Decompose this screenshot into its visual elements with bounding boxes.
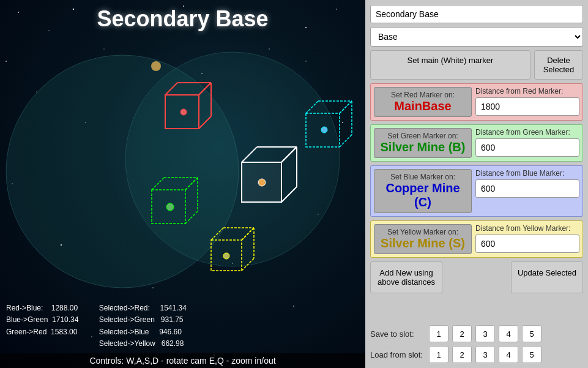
stat-gr: Green->Red 1583.00 [6, 326, 78, 338]
save-slot-5-button[interactable]: 5 [522, 325, 541, 342]
svg-point-51 [166, 203, 174, 211]
svg-point-22 [152, 287, 154, 288]
set-red-marker-button[interactable]: Set Red Marker on: MainBase [374, 87, 472, 117]
base-type-select[interactable]: Base Outpost Other [370, 27, 583, 47]
green-distance-input[interactable] [475, 138, 579, 157]
stat-sr: Selected->Red: 1541.34 [99, 302, 187, 314]
load-slot-row: Load from slot: 1 2 3 4 5 [370, 346, 583, 363]
blue-distance-label: Distance from Blue Marker: [475, 169, 579, 178]
green-marker-label: Set Green Marker on: [379, 132, 466, 140]
stat-sb: Selected->Blue 946.60 [99, 326, 187, 338]
stats-block: Red->Blue: 1288.00 Blue->Green 1710.34 G… [6, 302, 205, 350]
yellow-marker-label: Set Yellow Marker on: [379, 228, 466, 236]
stat-bg: Blue->Green 1710.34 [6, 314, 78, 326]
save-slot-2-button[interactable]: 2 [452, 325, 472, 342]
save-slot-3-button[interactable]: 3 [475, 325, 495, 342]
svg-point-59 [258, 179, 266, 186]
red-marker-section: Set Red Marker on: MainBase Distance fro… [370, 83, 583, 121]
green-marker-name: Silver Mine (B) [379, 140, 466, 154]
svg-point-20 [269, 48, 269, 49]
svg-point-43 [321, 127, 327, 133]
svg-point-35 [180, 109, 187, 115]
blue-distance-input[interactable] [475, 179, 579, 198]
yellow-marker-section: Set Yellow Marker on: Silver Mine (S) Di… [370, 220, 583, 258]
set-green-marker-button[interactable]: Set Green Marker on: Silver Mine (B) [374, 128, 472, 158]
blue-marker-label: Set Blue Marker on: [379, 173, 466, 181]
save-slot-row: Save to slot: 1 2 3 4 5 [370, 325, 583, 342]
red-marker-name: MainBase [379, 99, 466, 113]
scene-title: Secondary Base [0, 6, 365, 32]
blue-marker-section: Set Blue Marker on: Copper Mine (C) Dist… [370, 165, 583, 217]
scene-panel: Secondary Base Red->Blue: 1288.00 Blue->… [0, 0, 365, 368]
blue-marker-name: Copper Mine (C) [379, 181, 466, 209]
set-yellow-marker-button[interactable]: Set Yellow Marker on: Silver Mine (S) [374, 224, 472, 254]
green-distance-label: Distance from Green Marker: [475, 128, 579, 137]
controls-bar: Controls: W,A,S,D - rotate cam E,Q - zoo… [0, 353, 365, 368]
svg-line-41 [340, 135, 352, 147]
svg-point-26 [125, 52, 340, 266]
update-selected-button[interactable]: Update Selected [511, 261, 583, 293]
yellow-marker-name: Silver Mine (S) [379, 236, 466, 250]
red-distance-block: Distance from Red Marker: [475, 87, 579, 117]
main-marker-row: Set main (White) marker Delete Selected [370, 50, 583, 80]
svg-point-16 [293, 306, 294, 307]
action-row: Add New using above distances Update Sel… [370, 261, 583, 293]
green-distance-block: Distance from Green Marker: [475, 128, 579, 158]
svg-point-13 [305, 61, 307, 62]
svg-line-40 [340, 101, 352, 113]
load-slot-5-button[interactable]: 5 [522, 346, 541, 363]
red-marker-label: Set Red Marker on: [379, 91, 466, 99]
stat-sy: Selected->Yellow 662.98 [99, 338, 187, 350]
stat-rb: Red->Blue: 1288.00 [6, 302, 78, 314]
red-distance-input[interactable] [475, 97, 579, 116]
yellow-distance-block: Distance from Yellow Marker: [475, 224, 579, 254]
stat-sg: Selected->Green 931.75 [99, 314, 187, 326]
stats-col1: Red->Blue: 1288.00 Blue->Green 1710.34 G… [6, 302, 78, 338]
load-slot-4-button[interactable]: 4 [499, 346, 518, 363]
svg-point-67 [223, 253, 229, 259]
stats-col2: Selected->Red: 1541.34 Selected->Green 9… [99, 302, 187, 350]
set-blue-marker-button[interactable]: Set Blue Marker on: Copper Mine (C) [374, 169, 472, 213]
add-new-button[interactable]: Add New using above distances [370, 261, 442, 293]
blue-distance-block: Distance from Blue Marker: [475, 169, 579, 213]
load-slot-3-button[interactable]: 3 [475, 346, 495, 363]
svg-point-8 [6, 61, 7, 62]
delete-selected-button[interactable]: Delete Selected [534, 50, 583, 80]
svg-point-27 [151, 61, 161, 71]
title-input[interactable] [370, 5, 583, 23]
yellow-distance-input[interactable] [475, 235, 579, 253]
green-marker-section: Set Green Marker on: Silver Mine (B) Dis… [370, 124, 583, 162]
load-slot-2-button[interactable]: 2 [452, 346, 472, 363]
load-slot-1-button[interactable]: 1 [429, 346, 448, 363]
save-slot-label: Save to slot: [370, 329, 425, 339]
load-slot-label: Load from slot: [370, 350, 425, 359]
save-slot-1-button[interactable]: 1 [429, 325, 448, 342]
right-panel: Base Outpost Other Set main (White) mark… [365, 0, 588, 368]
set-main-marker-button[interactable]: Set main (White) marker [370, 50, 530, 80]
svg-point-14 [342, 122, 343, 123]
svg-point-23 [103, 48, 104, 49]
yellow-distance-label: Distance from Yellow Marker: [475, 224, 579, 233]
red-distance-label: Distance from Red Marker: [475, 87, 579, 96]
save-slot-4-button[interactable]: 4 [499, 325, 518, 342]
